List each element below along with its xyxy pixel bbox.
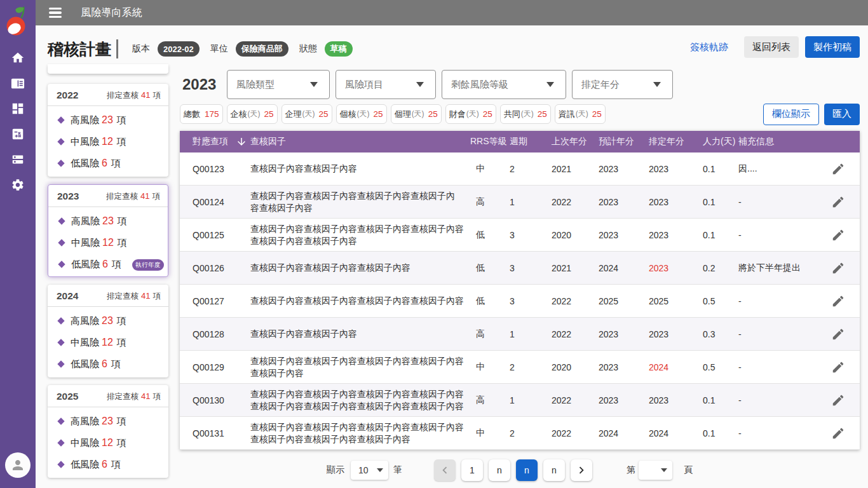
menu-icon[interactable]	[49, 8, 62, 18]
cell-scheduled-year: 2023	[649, 395, 703, 405]
cell-expected-year: 2023	[599, 197, 649, 207]
edit-pencil-icon[interactable]	[831, 261, 845, 275]
app-window: 風險導向系統 稽核計畫 版本 2022-02 單位 保險商品部 狀態 草稿	[0, 0, 868, 488]
diamond-bullet-icon	[57, 138, 64, 145]
col-header-id[interactable]: 對應查項	[180, 136, 236, 147]
records-icon[interactable]	[11, 152, 25, 166]
edit-pencil-icon[interactable]	[831, 294, 845, 308]
dashboard-icon[interactable]	[11, 102, 25, 116]
select-placeholder: 剩餘風險等級	[451, 79, 508, 91]
scheduled-year-select[interactable]: 排定年分	[572, 70, 673, 99]
next-page-button[interactable]	[571, 459, 592, 481]
meta-value-pill: 保險商品部	[236, 41, 288, 57]
audit-trail-link[interactable]: 簽核軌跡	[690, 41, 728, 53]
page-number-button[interactable]: n	[543, 459, 565, 481]
col-header-cycle[interactable]: 週期	[510, 136, 552, 147]
cell-factor: 查核因子內容查核因子內容查核因子內容	[236, 262, 470, 274]
sidebar	[0, 0, 36, 488]
home-icon[interactable]	[11, 51, 25, 65]
risk-count: 23	[102, 416, 113, 426]
make-draft-button[interactable]: 製作初稿	[805, 36, 860, 58]
col-header-expected-year[interactable]: 預計年分	[599, 136, 649, 147]
back-to-list-button[interactable]: 返回列表	[744, 36, 799, 58]
diamond-bullet-icon	[57, 417, 64, 424]
planned-count: 41	[141, 391, 150, 401]
cell-note: -	[738, 395, 831, 405]
risk-count: 23	[102, 315, 113, 326]
factor-text: 查核因子內容查核因子內容查核因子內容查核因子內容 查核因子內容	[250, 355, 464, 379]
edit-pencil-icon[interactable]	[831, 360, 845, 374]
year-card[interactable]: 2023 排定查核41項 高風險23項 中風險12項 低風險6項	[48, 184, 168, 277]
risk-count: 12	[102, 437, 113, 448]
col-header-rrs[interactable]: RRS等級	[470, 136, 510, 147]
edit-pencil-icon[interactable]	[831, 393, 845, 407]
risk-row-high: 高風險23項	[48, 410, 168, 432]
cell-cycle: 1	[510, 395, 552, 405]
year-card-year: 2025	[57, 391, 78, 402]
risk-label: 中風險	[71, 337, 99, 348]
user-avatar[interactable]	[5, 452, 31, 478]
stat-chip: 財會(天) 25	[445, 104, 496, 124]
year-card-planned: 排定查核41項	[107, 291, 161, 302]
residual-risk-level-select[interactable]: 剩餘風險等級	[442, 70, 566, 99]
edit-pencil-icon[interactable]	[831, 228, 845, 242]
prev-page-button[interactable]	[434, 459, 456, 481]
risk-item-select[interactable]: 風險項目	[336, 70, 436, 99]
cell-manpower: 0.1	[703, 395, 738, 405]
col-header-note[interactable]: 補充信息	[738, 136, 831, 147]
col-header-manpower[interactable]: 人力(天)	[703, 136, 738, 147]
risk-type-select[interactable]: 風險類型	[227, 70, 330, 99]
risk-text: 高風險23項	[71, 315, 126, 327]
import-button[interactable]: 匯入	[824, 104, 860, 125]
cell-last-year: 2022	[552, 428, 599, 438]
pagination-bar: 顯示 10 筆 1 n n n 第	[180, 459, 860, 482]
risk-count: 6	[102, 358, 107, 369]
cell-cycle: 2	[510, 164, 552, 174]
col-header-factor-label: 查核因子	[250, 136, 286, 147]
goto-page-select[interactable]	[639, 461, 672, 480]
cell-factor: 查核因子內容查核因子內容查核因子內容查核因子內容 查核因子內容查核因子內容查核因…	[236, 421, 470, 445]
edit-pencil-icon[interactable]	[831, 327, 845, 341]
risk-count: 12	[102, 337, 113, 348]
edit-pencil-icon[interactable]	[831, 426, 845, 440]
factor-text: 查核因子內容查核因子內容查核因子內容查核因子內容 查核因子內容查核因子內容查核因…	[250, 388, 464, 412]
calculator-icon[interactable]	[11, 127, 25, 141]
page-number-button[interactable]: 1	[461, 459, 483, 481]
year-card[interactable]: 2022 排定查核41項 高風險23項 中風險12項 低風險6項	[48, 84, 168, 177]
diamond-bullet-icon	[57, 461, 64, 468]
stat-chip: 個理(天) 25	[391, 104, 442, 124]
column-display-button[interactable]: 欄位顯示	[763, 104, 819, 125]
diamond-bullet-icon	[57, 116, 64, 123]
risk-count: 23	[102, 215, 114, 226]
page-number-button[interactable]: n	[516, 459, 538, 481]
header-meta-item: 單位 保險商品部	[210, 41, 288, 57]
risk-label: 高風險	[71, 215, 100, 226]
news-icon[interactable]	[11, 76, 25, 90]
meta-label: 版本	[132, 43, 150, 55]
table-row: Q00128 查核因子內容查核因子內容 高 1 2022 2023 2023 0…	[180, 318, 860, 351]
col-header-last-year[interactable]: 上次年分	[552, 136, 599, 147]
selected-year-heading: 2023	[182, 76, 227, 93]
year-card-planned: 排定查核41項	[107, 391, 161, 402]
year-card-partial	[48, 64, 168, 74]
sort-descending-icon[interactable]	[236, 136, 247, 147]
edit-pencil-icon[interactable]	[831, 162, 845, 176]
year-card[interactable]: 2025 排定查核41項 高風險23項 中風險12項 低風險6項	[48, 385, 168, 478]
app-logo-icon[interactable]	[3, 4, 31, 37]
cell-note: -	[738, 230, 831, 240]
edit-pencil-icon[interactable]	[831, 195, 845, 209]
year-card[interactable]: 2024 排定查核41項 高風險23項 中風險12項 低風險6項	[48, 285, 168, 377]
col-header-scheduled-year[interactable]: 排定年分	[649, 136, 703, 147]
risk-text: 低風險6項	[71, 358, 121, 370]
header-meta-item: 狀態 草稿	[299, 41, 353, 57]
settings-icon[interactable]	[11, 178, 25, 192]
risk-label: 低風險	[71, 459, 99, 470]
col-header-factor[interactable]: 查核因子	[236, 136, 470, 147]
cell-rrs: 高	[470, 395, 510, 406]
planned-unit: 項	[153, 292, 161, 301]
cell-manpower: 0.1	[703, 197, 738, 207]
risk-label: 低風險	[71, 158, 99, 168]
page-number-button[interactable]: n	[489, 459, 510, 481]
stat-chip: 個核(天) 25	[336, 104, 387, 124]
page-size-select[interactable]: 10	[351, 461, 388, 480]
